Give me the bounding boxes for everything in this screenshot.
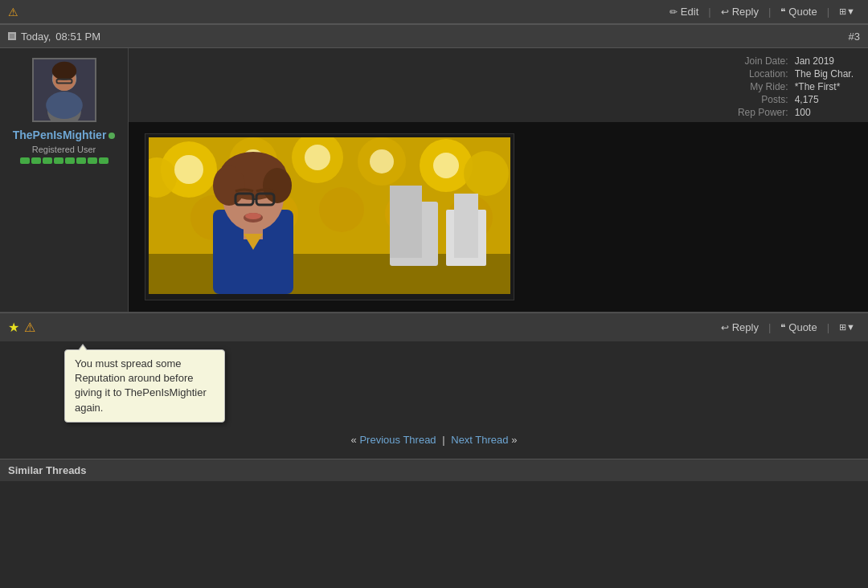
reply-icon-bottom: ↩ [721,322,729,333]
online-indicator [108,133,115,139]
star-icon[interactable]: ★ [8,320,19,335]
join-date-value: Jan 2019 [792,55,857,67]
meta-location-row: Location: The Big Char. [735,67,857,80]
post-time: 08:51 PM [55,31,100,43]
date-icon [8,32,16,40]
reputation-tooltip: You must spread some Reputation around b… [64,349,225,423]
reply-label-bottom: Reply [732,321,759,333]
footer-left: ★ ⚠ [8,320,35,335]
edit-button[interactable]: ✏ Edit [665,4,703,19]
quote-button-top[interactable]: ❝ Quote [776,4,821,19]
separator-1: | [708,6,710,18]
post-image-wrapper [145,133,514,300]
rep-power-label: Rep Power: [735,106,792,119]
reply-button-bottom[interactable]: ↩ Reply [716,320,764,335]
more-icon-bottom: ⊞▼ [839,322,855,333]
svg-point-20 [174,155,203,184]
quote-icon-bottom: ❝ [780,322,785,333]
nav-separator: | [442,434,444,446]
post-sidebar: ThePenIsMightier Registered User [0,48,129,312]
footer-sep-1: | [768,321,771,333]
svg-point-3 [46,92,83,119]
navigation-bar: « Previous Thread | Next Thread » [0,426,868,454]
svg-rect-29 [454,194,478,258]
svg-point-17 [319,187,364,232]
reputation-tooltip-container: You must spread some Reputation around b… [32,346,225,423]
footer-sep-2: | [827,321,829,333]
today-label: Today, [21,31,51,43]
nav-suffix: » [511,434,517,446]
rep-dot-5 [65,157,75,164]
posts-value: 4,175 [792,93,857,106]
rep-power-value: 100 [792,106,857,119]
meta-join-row: Join Date: Jan 2019 [735,55,857,67]
tooltip-nav-area: You must spread some Reputation around b… [0,341,868,459]
quote-button-bottom[interactable]: ❝ Quote [776,320,821,335]
svg-point-35 [213,165,245,206]
meta-ride-row: My Ride: *The First* [735,80,857,93]
post-header: Today, 08:51 PM #3 [0,24,868,48]
rep-dot-4 [54,157,63,164]
location-label: Location: [735,67,792,80]
post-main: Join Date: Jan 2019 Location: The Big Ch… [129,48,868,312]
rep-dot-6 [76,157,86,164]
avatar-image [34,59,95,120]
post-number: #3 [849,31,860,43]
meta-table: Join Date: Jan 2019 Location: The Big Ch… [735,55,857,119]
more-button-top[interactable]: ⊞▼ [834,5,860,18]
previous-thread-link[interactable]: Previous Thread [359,434,436,446]
rep-dot-7 [88,157,97,164]
similar-threads-label: Similar Threads [8,464,87,476]
toolbar-left: ⚠ [8,6,18,18]
post-container: ThePenIsMightier Registered User Join Da… [0,48,868,312]
more-button-bottom[interactable]: ⊞▼ [834,321,860,334]
separator-2: | [768,6,771,18]
post-date: Today, 08:51 PM [8,31,100,43]
avatar [32,58,96,122]
similar-threads-section: Similar Threads [0,459,868,481]
reply-label-top: Reply [732,6,759,18]
username-container: ThePenIsMightier [13,129,116,143]
svg-point-5 [51,62,76,80]
separator-3: | [827,6,829,18]
footer-right: ↩ Reply | ❝ Quote | ⊞▼ [716,320,860,335]
my-ride-value: *The First* [792,80,857,93]
user-title: Registered User [32,145,96,154]
quote-label-top: Quote [788,6,817,18]
svg-point-36 [263,168,292,203]
svg-point-24 [433,153,459,178]
edit-icon: ✏ [669,6,678,18]
rep-bar [20,157,108,164]
alert-icon[interactable]: ⚠ [8,6,18,18]
reply-icon-top: ↩ [721,6,729,18]
posts-label: Posts: [735,93,792,106]
avatar-svg [34,58,95,122]
post-content [129,122,868,312]
post-gif [149,137,510,294]
post-footer: ★ ⚠ ↩ Reply | ❝ Quote | ⊞▼ [0,312,868,341]
meta-posts-row: Posts: 4,175 [735,93,857,106]
meta-rep-row: Rep Power: 100 [735,106,857,119]
edit-label: Edit [681,6,698,18]
svg-point-41 [245,213,261,219]
quote-icon-top: ❝ [780,6,785,18]
reply-button-top[interactable]: ↩ Reply [716,4,764,19]
rep-dot-8 [99,157,108,164]
more-icon-top: ⊞▼ [839,6,855,17]
tooltip-text: You must spread some Reputation around b… [75,357,207,414]
post-meta-area: Join Date: Jan 2019 Location: The Big Ch… [129,48,868,122]
location-value: The Big Char. [792,67,857,80]
username[interactable]: ThePenIsMightier [13,129,107,141]
my-ride-label: My Ride: [735,80,792,93]
top-toolbar: ⚠ ✏ Edit | ↩ Reply | ❝ Quote | ⊞▼ [0,0,868,24]
toolbar-right: ✏ Edit | ↩ Reply | ❝ Quote | ⊞▼ [665,4,860,19]
quote-label-bottom: Quote [788,321,817,333]
svg-point-22 [305,145,330,170]
nav-prefix: « [351,434,357,446]
warn-icon[interactable]: ⚠ [24,320,35,335]
next-thread-link[interactable]: Next Thread [451,434,508,446]
svg-rect-28 [390,186,422,258]
join-date-label: Join Date: [735,55,792,67]
svg-point-23 [370,149,394,174]
rep-dot-1 [20,157,30,164]
